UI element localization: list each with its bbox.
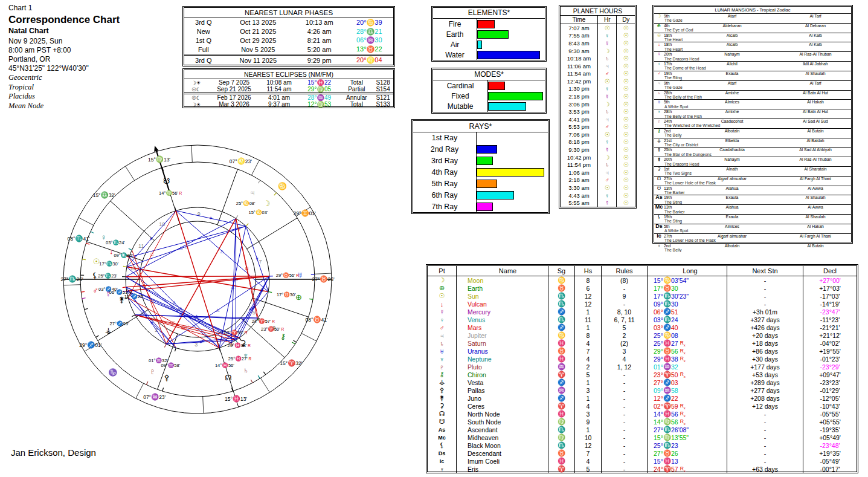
bar-label: Water [433, 50, 477, 60]
mansion-planet: ♀ [654, 244, 664, 248]
bar-label: Cardinal [433, 80, 488, 91]
element-bar-row: Earth [433, 29, 545, 39]
bar-label: Mutable [433, 102, 488, 112]
planet-declination: -01°29' [803, 386, 857, 394]
scorpio-sign-icon: ♏ [558, 292, 565, 300]
planet-house: 4 [575, 457, 602, 465]
planet-rules: - [602, 402, 648, 410]
pisces-sign-icon: ♓ [663, 457, 671, 465]
eclipse-type: Total [340, 79, 373, 86]
day-ruler: ☉ [617, 177, 635, 184]
sun-icon: ☉ [623, 93, 629, 100]
mansion-line1: ☽9thAtarfAl Tarf [654, 14, 851, 18]
mansion-ordinal: 18th [664, 33, 684, 37]
mansion-ordinal: 4th [664, 24, 684, 28]
planet-glyph-cell: Ds [428, 449, 457, 457]
planet-glyph-cell: ♂ [428, 323, 457, 331]
longitude-minutes: 56 [671, 418, 678, 426]
mansion-name: Atarf [684, 81, 780, 85]
planet-name: Mars [457, 323, 548, 331]
eclipse-saros: S133 [373, 101, 393, 108]
planet-longitude: 14°♓56Rx [648, 410, 727, 418]
mercury-icon: ☿ [439, 308, 444, 316]
sun-icon: ☉ [623, 85, 629, 92]
planet-longitude: 12°♐22 [648, 394, 727, 402]
north-node-position-label: 14°♓56' [215, 362, 234, 369]
bar-label: 6th Ray [413, 189, 477, 201]
planet-sign: ♏ [548, 441, 575, 449]
mansion-name: Caadalhacbia [684, 148, 780, 152]
eclipse-row: ☉☾Sep 21 202511:54 am29°♍05PartialS154 [184, 86, 393, 92]
virgo-sign-icon: ♍ [317, 86, 324, 92]
ray-bar-row: 7th Ray [413, 201, 548, 212]
planet-longitude: 15°♋03'54" [648, 276, 727, 284]
sun-icon: ☉ [623, 32, 629, 39]
planet-hour-row: 11:54 am♂☉ [561, 70, 635, 77]
lunar-mansion-row: ☽9thAtarfAl TarfThe Gaze [654, 14, 851, 24]
moon-icon: ☽ [605, 101, 610, 108]
longitude-degrees: 15° [654, 434, 663, 441]
juno-icon: ⚵ [119, 295, 125, 304]
north-node-icon: ☊ [439, 410, 445, 418]
hour-time: 2:18 am [561, 177, 598, 184]
phase-name: New [184, 28, 223, 35]
col-time: Time [561, 16, 598, 24]
house-cusp-label: 08°♉41' [305, 316, 327, 323]
planet-name: Sun [457, 292, 548, 300]
day-ruler: ☉ [617, 92, 635, 100]
planet-rules: 6, 7, 11 [602, 316, 648, 323]
sun-icon: ☉ [623, 146, 629, 153]
planet-name: Earth [457, 284, 548, 292]
planet-house: 7 [575, 449, 602, 457]
longitude-minutes: 22 [671, 395, 678, 402]
planet-hour-row: 3:53 pm♄☉ [561, 108, 635, 115]
aquarius-sign-icon: ♒ [663, 386, 671, 394]
planet-glyph-cell: As [428, 426, 457, 433]
planet-name: Vesta [457, 378, 548, 386]
house-cusp-label: 15°♎32' [93, 191, 115, 199]
bar-label: Fire [433, 19, 477, 29]
next-station: +277 days [727, 386, 803, 394]
planet-longitude: 25°♓27Rx [648, 339, 727, 347]
eclipse-time: 9:37 am [260, 101, 298, 108]
mansion-ordinal: 17th [664, 62, 684, 66]
lunar-mansion-row: Ds5thAlmicesAl HakahA White Spot [654, 224, 851, 234]
neptune-position-label: 29°♓38' R [228, 342, 251, 349]
mansion-line1: ⚳1stAlnathAl Sharatain [654, 167, 851, 171]
ray-bar-row: 1st Ray [413, 132, 548, 144]
pisces-sign-icon: ♓ [558, 457, 565, 465]
planet-glyph-cell: ♃ [428, 331, 457, 339]
lunar-mansion-row: ♂19thExaulaAl ShaulahThe Sting [654, 71, 851, 81]
hour-ruler: ♀ [598, 138, 617, 146]
mansion-name: Atarf [684, 14, 780, 18]
sun-icon: ☉ [623, 55, 629, 62]
planet-sign: ♐ [548, 378, 575, 386]
lunar-mansion-row: ⊕4thAldebaranAl DebaranThe Eye of God [654, 24, 851, 33]
planet-hour-row: 5:53 pm♂☉ [561, 123, 635, 131]
day-ruler: ☉ [617, 154, 635, 161]
planet-glyph-cell: ⊕ [428, 284, 457, 292]
planet-sign: ♋ [548, 276, 575, 284]
bar [477, 180, 497, 188]
planet-sign: ♐ [548, 308, 575, 316]
mansion-planet: Ds [654, 224, 664, 229]
saturn-icon: ♄ [439, 340, 444, 347]
pisces-sign-icon: ♓ [663, 410, 671, 418]
longitude-minutes: 30 [671, 300, 678, 308]
hour-time: 4:41 pm [561, 115, 598, 123]
mansion-planet: ⚶ [654, 138, 664, 143]
planet-row: ⊕Earth♉6-17°♉30-+17°03' [428, 284, 857, 292]
eclipse-type: Total [340, 101, 373, 108]
mansion-description: The Star of the Dungeons [654, 152, 851, 157]
day-ruler: ☉ [617, 115, 635, 123]
eclipse-saros: S154 [373, 86, 393, 92]
longitude-minutes: 23 [671, 442, 678, 449]
planet-glyph-cell: ↓ [428, 300, 457, 308]
next-station: - [727, 449, 803, 457]
lunar-phase-row: FullNov 5 20255:20 am13°♉22 [184, 45, 393, 54]
venus-position-label: 03°♏24' [106, 239, 125, 246]
bar-area [477, 203, 548, 211]
bar-area [477, 168, 548, 177]
mansion-ordinal: 27th [664, 234, 684, 238]
sun-icon: ☉ [623, 154, 629, 161]
